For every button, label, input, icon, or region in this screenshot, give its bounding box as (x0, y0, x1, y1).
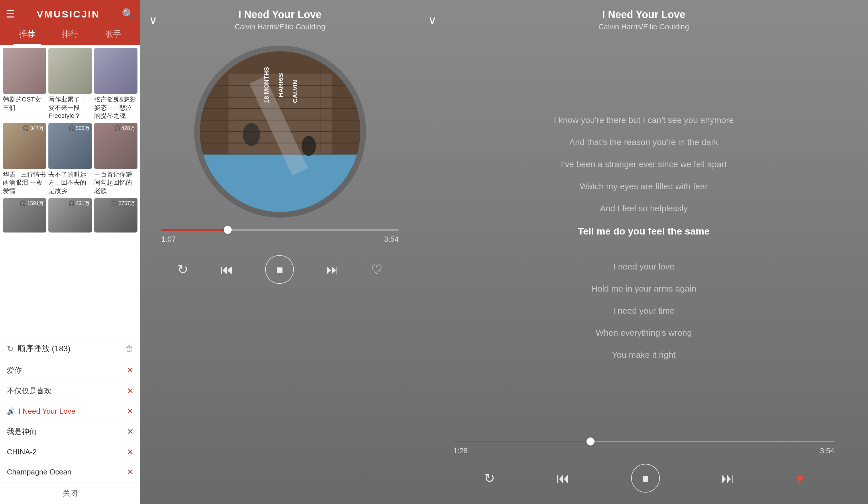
progress-section: 1:07 3:54 (161, 229, 399, 244)
playlist-item[interactable]: 爱你 ✕ (0, 360, 140, 381)
lyrics-stop-button[interactable]: ■ (631, 464, 660, 493)
app-header-top: ☰ VMUSICJIN 🔍 (6, 8, 135, 20)
progress-fill (161, 229, 228, 231)
lyrics-progress-bar[interactable] (453, 441, 834, 442)
playlist-item-name: 不仅仅是喜欢 (7, 386, 52, 396)
speaker-icon: 🔊 (7, 407, 16, 415)
playlist-item-name: CHINA-2 (7, 447, 37, 456)
playlist-item-name: 我是神仙 (7, 426, 37, 437)
playlist-header: ↻ 顺序播放 (183) 🗑 (0, 337, 140, 360)
progress-knob[interactable] (224, 226, 232, 234)
lyric-line: When everything's wrong (443, 322, 845, 344)
time-labels: 1:07 3:54 (161, 235, 399, 244)
tab-recommend[interactable]: 推荐 (13, 26, 41, 45)
lyrics-progress-knob[interactable] (587, 437, 595, 445)
music-app-panel: ☰ VMUSICJIN 🔍 推荐 排行 歌手 韩剧的OST女王们 写作业累了，要… (0, 0, 140, 504)
svg-text:CALVIN: CALVIN (291, 80, 299, 103)
lyrics-next-button[interactable]: ⏭ (721, 471, 734, 486)
app-title: VMUSICJIN (37, 9, 100, 20)
stop-button[interactable]: ■ (265, 255, 294, 284)
playlist-close-button[interactable]: 关闭 (0, 482, 140, 504)
tab-chart[interactable]: 排行 (56, 26, 84, 45)
lyric-line: I've been a stranger ever since we fell … (443, 153, 845, 175)
total-time: 3:54 (384, 235, 399, 244)
lyrics-container: I know you're there but I can't see you … (420, 34, 868, 441)
player-title-block: I Need Your Love Calvin Harris/Ellie Gou… (235, 9, 325, 31)
lyric-line: Watch my eyes are filled with fear (443, 175, 845, 197)
album-art: 18 MONTHS HARRIS CALVIN (200, 51, 360, 212)
lyrics-progress-section: 1:28 3:54 (453, 441, 834, 455)
remove-icon[interactable]: ✕ (127, 467, 133, 477)
player-song-title: I Need Your Love (235, 9, 325, 21)
repeat-icon: ↻ (7, 344, 13, 353)
remove-icon[interactable]: ✕ (127, 427, 133, 436)
svg-point-17 (243, 123, 260, 146)
lyrics-time-labels: 1:28 3:54 (453, 446, 834, 455)
playlist-item-active[interactable]: 🔊 I Need Your Love ✕ (0, 401, 140, 421)
lyrics-down-arrow-icon[interactable]: ∨ (428, 13, 436, 27)
lyrics-current-time: 1:28 (453, 446, 468, 455)
grid-item[interactable]: 🎧 347万 华语 | 三行情书 两滴眼泪 一段爱情 (3, 123, 46, 195)
playlist-item-name: Champagne Ocean (7, 467, 71, 476)
lyrics-artist: Calvin Harris/Ellie Goulding (599, 22, 689, 31)
remove-icon[interactable]: ✕ (127, 365, 133, 375)
lyric-line: I know you're there but I can't see you … (443, 109, 845, 131)
lyric-line-active: Tell me do you feel the same (443, 219, 845, 243)
lyrics-controls: ↻ ⏮ ■ ⏭ ♥ (453, 464, 834, 493)
album-art-svg: 18 MONTHS HARRIS CALVIN (200, 51, 360, 212)
lyrics-heart-button[interactable]: ♥ (796, 471, 804, 486)
grid-item[interactable]: 🎧 431万 (49, 198, 92, 232)
lyric-line: I need your time (443, 300, 845, 322)
grid-item[interactable]: 弦声摇曳&魅影姿态——悲泣的提琴之魂 (94, 48, 137, 120)
lyric-line: And I feel so helplessly (443, 197, 845, 219)
remove-icon[interactable]: ✕ (127, 406, 133, 416)
grid-item[interactable]: 🎧 428万 一百首让你瞬间勾起回忆的老歌 (94, 123, 137, 195)
grid-item-label: 一百首让你瞬间勾起回忆的老歌 (94, 171, 137, 195)
grid-row-2: 🎧 347万 华语 | 三行情书 两滴眼泪 一段爱情 🎧 566万 去不了的叫远… (3, 123, 137, 195)
content-area: 韩剧的OST女王们 写作业累了，要不来一段Freestyle？ 弦声摇曳&魅影姿… (0, 45, 140, 504)
lyrics-repeat-button[interactable]: ↻ (484, 471, 495, 486)
playlist-item[interactable]: 我是神仙 ✕ (0, 421, 140, 442)
grid-item[interactable]: 韩剧的OST女王们 (3, 48, 46, 120)
repeat-button[interactable]: ↻ (177, 262, 188, 277)
lyrics-total-time: 3:54 (820, 446, 835, 455)
playlist-item[interactable]: 不仅仅是喜欢 ✕ (0, 381, 140, 401)
current-time: 1:07 (161, 235, 176, 244)
grid-row-1: 韩剧的OST女王们 写作业累了，要不来一段Freestyle？ 弦声摇曳&魅影姿… (3, 48, 137, 120)
lyrics-header: ∨ I Need Your Love Calvin Harris/Ellie G… (420, 0, 868, 34)
lyrics-song-title: I Need Your Love (599, 9, 689, 21)
grid-item[interactable]: 🎧 566万 去不了的叫远方，回不去的是故乡 (49, 123, 92, 195)
nav-tabs: 推荐 排行 歌手 (6, 26, 135, 45)
playlist-item[interactable]: Champagne Ocean ✕ (0, 462, 140, 482)
playlist-item[interactable]: CHINA-2 ✕ (0, 442, 140, 462)
prev-button[interactable]: ⏮ (220, 262, 234, 277)
lyrics-title-block: I Need Your Love Calvin Harris/Ellie Gou… (599, 9, 689, 31)
player-controls: ↻ ⏮ ■ ⏭ ♡ (161, 255, 399, 284)
remove-icon[interactable]: ✕ (127, 386, 133, 396)
grid-item-label: 华语 | 三行情书 两滴眼泪 一段爱情 (3, 171, 46, 195)
grid-item-label: 写作业累了，要不来一段Freestyle？ (49, 95, 92, 120)
progress-bar[interactable] (161, 229, 399, 231)
down-arrow-icon[interactable]: ∨ (149, 13, 157, 27)
player-header: ∨ I Need Your Love Calvin Harris/Ellie G… (140, 0, 420, 34)
lyric-line: I need your love (443, 255, 845, 278)
lyric-separator: · (643, 243, 645, 255)
lyric-line: You make it right (443, 344, 845, 366)
heart-button[interactable]: ♡ (371, 262, 383, 277)
search-icon[interactable]: 🔍 (122, 8, 135, 20)
tab-artist[interactable]: 歌手 (99, 26, 127, 45)
svg-rect-13 (200, 154, 360, 212)
lyrics-prev-button[interactable]: ⏮ (556, 471, 570, 486)
grid-item-label: 去不了的叫远方，回不去的是故乡 (49, 171, 92, 195)
next-button[interactable]: ⏭ (326, 262, 339, 277)
grid-item[interactable]: 🎧 2757万 (94, 198, 137, 232)
hamburger-icon[interactable]: ☰ (6, 9, 15, 19)
trash-icon[interactable]: 🗑 (125, 344, 133, 353)
remove-icon[interactable]: ✕ (127, 447, 133, 457)
playlist-item-name: 爱你 (7, 365, 22, 375)
playlist-overlay: ↻ 顺序播放 (183) 🗑 爱你 ✕ 不仅仅是喜欢 ✕ 🔊 I Need Yo… (0, 337, 140, 504)
playlist-title: 顺序播放 (183) (18, 343, 71, 354)
lyric-line: And that's the reason you're in the dark (443, 131, 845, 153)
grid-item[interactable]: 写作业累了，要不来一段Freestyle？ (49, 48, 92, 120)
grid-item[interactable]: 🎧 1591万 (3, 198, 46, 232)
